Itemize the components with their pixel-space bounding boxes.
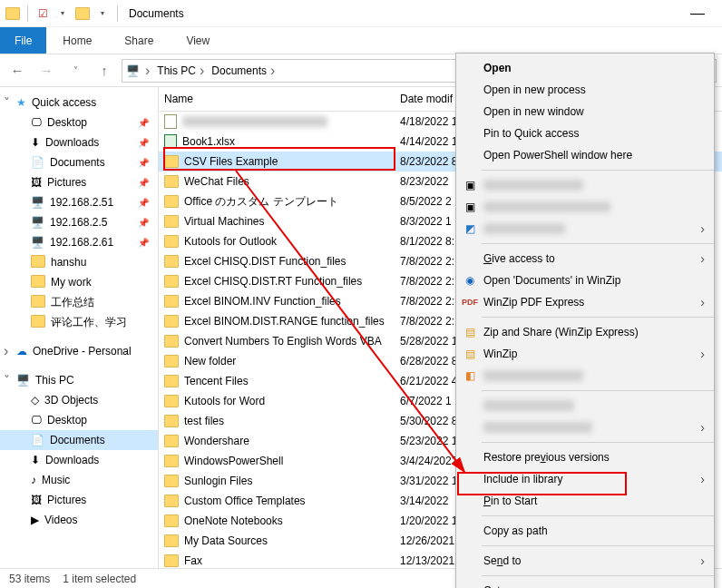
folder-icon	[164, 355, 179, 368]
sidebar-item[interactable]: ⬇Downloads	[0, 450, 158, 470]
tab-file[interactable]: File	[0, 27, 46, 54]
qat-dropdown-icon[interactable]: ▾	[93, 9, 112, 17]
up-button[interactable]: ↑	[93, 59, 116, 83]
sidebar-item[interactable]: 🖵Desktop📌	[0, 113, 158, 132]
monitor-icon: 🖥️	[16, 374, 30, 387]
ribbon-tabs: File Home Share View	[0, 27, 722, 54]
sidebar-item[interactable]: ▶Videos	[0, 510, 158, 530]
file-name: WeChat Files	[184, 175, 249, 188]
sidebar-item[interactable]: ♪Music	[0, 470, 158, 490]
sidebar-item[interactable]: 评论工作、学习	[0, 312, 158, 332]
file-name: test files	[184, 415, 224, 427]
ctx-blurred-item[interactable]: ◧xxxxx	[456, 365, 714, 387]
sidebar-item-label: Pictures	[47, 176, 86, 189]
ctx-cut[interactable]: Cut	[456, 580, 714, 588]
app-icon: ◩	[462, 222, 478, 235]
sidebar-item[interactable]: 工作总结	[0, 292, 158, 312]
ctx-blurred-item[interactable]: ▣xxxxx	[456, 196, 714, 218]
file-name: Fax	[184, 554, 202, 567]
sidebar-item[interactable]: 📄Documents	[0, 430, 158, 450]
sidebar-item[interactable]: 🖵Desktop	[0, 410, 158, 430]
folder-icon	[164, 175, 179, 188]
folder-icon	[164, 375, 179, 387]
ctx-open-new-window[interactable]: Open in new window	[456, 101, 714, 122]
folder-icon	[164, 534, 179, 547]
sidebar-item[interactable]: My work	[0, 272, 158, 292]
folder-icon	[164, 395, 179, 407]
downloads-icon: ⬇	[31, 454, 40, 466]
pin-icon: 📌	[138, 138, 149, 148]
sidebar-quick-access[interactable]: ˅ ★ Quick access	[0, 93, 158, 113]
sidebar-item[interactable]: 🖥️192.168.2.61📌	[0, 232, 158, 252]
sidebar-item[interactable]: 🖥️192.168.2.5📌	[0, 212, 158, 232]
ctx-winzip[interactable]: ▤WinZip›	[456, 343, 714, 365]
file-name: OneNote Notebooks	[184, 514, 283, 527]
col-name[interactable]: Name	[159, 87, 395, 111]
file-name: CSV Files Example	[184, 155, 278, 168]
sidebar-item[interactable]: 🖼Pictures📌	[0, 172, 158, 192]
monitor-icon: 🖥️	[31, 216, 44, 229]
minimize-button[interactable]: —	[677, 5, 718, 22]
ctx-blurred-item[interactable]: ◩xxxxx›	[456, 218, 714, 240]
ctx-open-docs-winzip[interactable]: ◉Open 'Documents' in WinZip	[456, 270, 714, 291]
crumb-this-pc[interactable]: This PC›	[155, 63, 208, 79]
chevron-right-icon[interactable]: ›	[4, 343, 8, 359]
file-name: New folder	[184, 355, 236, 368]
ctx-open-new-process[interactable]: Open in new process	[456, 79, 714, 101]
sidebar-item[interactable]: ◇3D Objects	[0, 390, 158, 410]
qat-dropdown-icon[interactable]: ▾	[54, 9, 72, 17]
sidebar-item[interactable]: ⬇Downloads📌	[0, 132, 158, 152]
tab-home[interactable]: Home	[46, 27, 108, 54]
sidebar-item[interactable]: 🖼Pictures	[0, 490, 158, 510]
folder-icon	[73, 7, 92, 20]
file-name: Kutools for Outlook	[184, 235, 277, 248]
ctx-open-powershell[interactable]: Open PowerShell window here	[456, 144, 714, 166]
sidebar-item-label: hanshu	[51, 256, 86, 269]
status-selection: 1 item selected	[63, 573, 136, 585]
ctx-winzip-pdf[interactable]: PDFWinZip PDF Express›	[456, 291, 714, 313]
sidebar-item-label: 192.168.2.51	[50, 196, 113, 209]
ctx-send-to[interactable]: Send to›	[456, 550, 714, 572]
folder-icon	[164, 195, 179, 208]
folder-icon	[164, 315, 179, 328]
ctx-restore-versions[interactable]: Restore previous versions	[456, 446, 714, 468]
ctx-give-access[interactable]: Give access to›	[456, 248, 714, 270]
chevron-down-icon[interactable]: ˅	[4, 95, 10, 110]
tab-share[interactable]: Share	[108, 27, 170, 54]
folder-icon	[31, 255, 45, 270]
properties-icon[interactable]: ☑	[34, 7, 52, 20]
back-button[interactable]: ←	[5, 59, 29, 83]
ctx-blurred-item[interactable]: xxxxx	[456, 395, 714, 416]
sidebar-item[interactable]: 🖥️192.168.2.51📌	[0, 192, 158, 212]
ctx-blurred-item[interactable]: ▣xxxxx	[456, 174, 714, 196]
sidebar-this-pc[interactable]: ˅ 🖥️ This PC	[0, 370, 158, 390]
sidebar-item[interactable]: 📄Documents📌	[0, 152, 158, 172]
sidebar-item-label: 192.168.2.61	[50, 236, 113, 249]
recent-dropdown[interactable]: ˅	[63, 59, 87, 83]
sidebar-item-label: Music	[42, 474, 70, 486]
file-name: Office のカスタム テンプレート	[184, 194, 338, 210]
sidebar-item-label: 192.168.2.5	[50, 216, 107, 229]
ctx-pin-start[interactable]: Pin to Start	[456, 490, 714, 512]
forward-button[interactable]: →	[34, 59, 58, 83]
sidebar-item[interactable]: hanshu	[0, 252, 158, 272]
sidebar-onedrive[interactable]: › ☁ OneDrive - Personal	[0, 341, 158, 361]
ctx-include-library[interactable]: Include in library›	[456, 468, 714, 490]
file-icon	[164, 134, 177, 149]
folder-icon	[164, 415, 179, 427]
ctx-zip-share[interactable]: ▤Zip and Share (WinZip Express)	[456, 321, 714, 343]
nav-sidebar[interactable]: ˅ ★ Quick access 🖵Desktop📌⬇Downloads📌📄Do…	[0, 87, 159, 568]
file-name: Kutools for Word	[184, 395, 265, 407]
ctx-blurred-item[interactable]: xxxxx›	[456, 416, 714, 438]
ctx-pin-quick[interactable]: Pin to Quick access	[456, 122, 714, 144]
chevron-down-icon[interactable]: ˅	[4, 373, 10, 387]
pin-icon: 📌	[138, 178, 149, 188]
objects-icon: ◇	[31, 394, 39, 407]
tab-view[interactable]: View	[170, 27, 226, 54]
ctx-copy-as-path[interactable]: Copy as path	[456, 520, 714, 542]
sidebar-item-label: Desktop	[47, 414, 87, 426]
pin-icon: 📌	[138, 158, 149, 168]
crumb-documents[interactable]: Documents›	[210, 63, 278, 79]
ctx-open[interactable]: Open	[456, 57, 714, 79]
file-name: Book1.xlsx	[182, 135, 235, 148]
